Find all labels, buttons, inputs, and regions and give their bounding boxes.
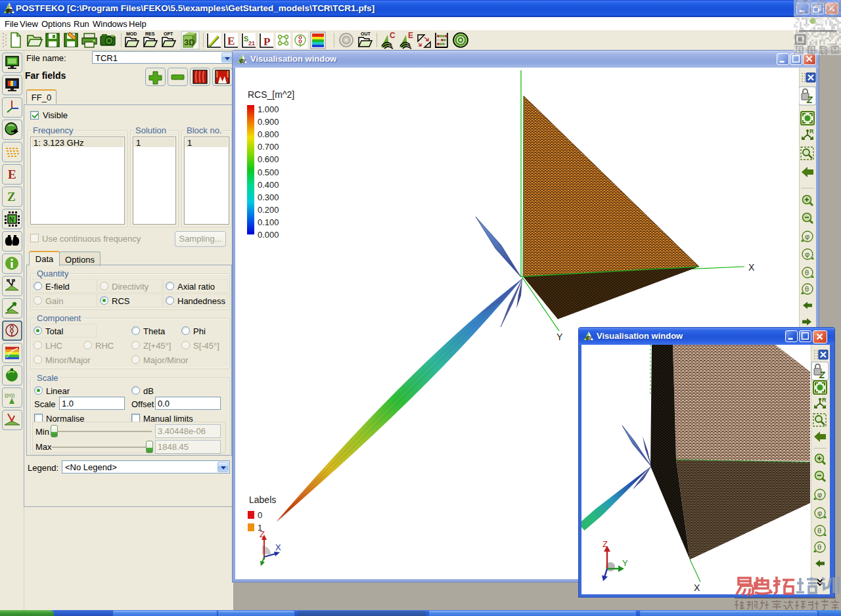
svg-text:Y: Y [622,558,628,568]
svg-text:0.300: 0.300 [258,192,279,202]
svg-text:Y: Y [557,332,563,342]
svg-text:X: X [748,262,755,273]
svg-text:0.400: 0.400 [258,180,279,190]
svg-text:P: P [263,35,270,48]
svg-text:Z: Z [7,190,16,204]
svg-text:C: C [390,31,396,40]
svg-text:3D: 3D [184,37,195,47]
svg-text:OPT: OPT [164,32,173,36]
svg-text:Z: Z [260,529,265,539]
svg-text:E: E [8,167,16,181]
svg-text:RES: RES [145,32,155,36]
svg-text:0.600: 0.600 [258,154,279,164]
svg-text:0.500: 0.500 [258,167,279,177]
svg-text:0: 0 [258,510,262,520]
svg-text:1.000: 1.000 [258,104,279,114]
svg-text:RCS_[m^2]: RCS_[m^2] [248,89,294,100]
svg-text:E: E [408,31,413,40]
svg-text:0.000: 0.000 [258,230,279,240]
svg-text:0.900: 0.900 [258,117,279,127]
svg-text:0.700: 0.700 [258,142,279,152]
svg-text:E: E [227,35,235,47]
svg-text:MOD: MOD [126,32,137,36]
svg-text:X: X [275,542,281,552]
svg-text:21: 21 [248,40,255,47]
svg-text:((o)): ((o)) [5,392,14,398]
svg-text:X: X [694,583,700,593]
svg-text:Labels: Labels [249,495,276,505]
svg-text:OUT: OUT [361,32,371,36]
svg-text:0.100: 0.100 [258,217,279,227]
svg-text:0.800: 0.800 [258,129,279,139]
svg-text:Z: Z [602,539,608,549]
svg-text:N: N [9,216,14,223]
svg-text:0.200: 0.200 [258,205,279,215]
